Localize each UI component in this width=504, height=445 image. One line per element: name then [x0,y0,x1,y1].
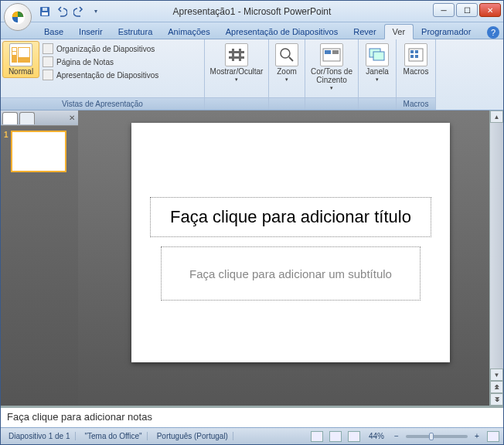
color-grayscale-icon [320,43,343,66]
slide-sorter-icon [43,43,53,54]
ribbon-group-window: Janela ▾ [359,39,397,110]
svg-line-14 [289,57,293,61]
slideshow-view-icon [43,70,53,80]
ribbon-group-views-label: Vistas de Apresentação [1,97,204,110]
close-button[interactable]: ✕ [479,3,501,17]
thumbnails-list[interactable]: 1 [1,126,78,406]
help-icon[interactable]: ? [487,26,499,39]
ribbon-group-zoom: Zoom ▾ [269,39,305,110]
app-window: ▾ Apresentação1 - Microsoft PowerPoint ─… [0,0,504,445]
prev-slide-icon[interactable]: ⯭ [490,381,503,393]
tab-ver[interactable]: Ver [384,24,414,39]
window-button[interactable]: Janela ▾ [360,41,394,85]
subtitle-placeholder-text: Faça clique para adicionar um subtítulo [189,267,392,280]
macros-button[interactable]: Macros [398,41,434,78]
zoom-slider-thumb[interactable] [429,433,434,440]
svg-rect-9 [229,51,244,53]
thumbnail-number: 1 [4,131,9,172]
tab-apresentacao[interactable]: Apresentação de Diapositivos [218,25,346,39]
notes-pane[interactable]: Faça clique para adicionar notas [1,406,503,427]
status-theme: "Tema do Office" [80,432,148,440]
notes-page-icon [43,56,53,67]
status-slide-position: Diapositivo 1 de 1 [4,432,76,440]
slide-sorter-button[interactable]: Organização de Diapositivos [40,42,161,55]
svg-rect-11 [232,49,234,61]
showhide-button[interactable]: Mostrar/Ocultar ▾ [206,41,267,85]
slide-sorter-label: Organização de Diapositivos [56,45,155,53]
zoom-icon [275,43,298,66]
svg-rect-7 [12,48,16,51]
slideshow-view-button[interactable]: Apresentação de Diapositivos [40,69,161,81]
sorter-view-shortcut[interactable] [329,431,342,442]
titlebar: ▾ Apresentação1 - Microsoft PowerPoint ─… [1,1,503,22]
next-slide-icon[interactable]: ⯯ [490,393,503,406]
macros-label: Macros [404,67,429,76]
window-label: Janela [366,67,388,76]
svg-rect-2 [42,12,48,15]
status-language[interactable]: Português (Portugal) [152,432,233,440]
qat-customize-icon[interactable]: ▾ [89,5,103,19]
slide-area: Faça clique para adicionar título Faça c… [78,110,503,406]
macros-icon [404,43,427,66]
normal-view-label: Normal [9,67,33,76]
save-icon[interactable] [38,5,52,19]
close-pane-icon[interactable]: ✕ [69,114,75,122]
svg-rect-8 [12,52,16,55]
maximize-button[interactable]: ☐ [456,3,478,17]
ribbon: Normal Organização de Diapositivos Págin… [1,39,503,110]
scroll-down-icon[interactable]: ▼ [490,369,503,381]
window-controls: ─ ☐ ✕ [433,3,501,17]
status-zoom-label[interactable]: 44% [366,432,387,440]
color-grayscale-label: Cor/Tons de Cinzento [309,67,354,84]
title-placeholder[interactable]: Faça clique para adicionar título [150,197,431,237]
normal-view-shortcut[interactable] [311,431,323,442]
office-button[interactable] [4,3,32,31]
minimize-button[interactable]: ─ [433,3,455,17]
slideshow-shortcut[interactable] [348,431,360,442]
slides-tab[interactable] [2,112,18,124]
ribbon-group-macros-label: Macros [397,97,435,110]
notes-page-button[interactable]: Página de Notas [40,56,161,68]
slide-canvas[interactable]: Faça clique para adicionar título Faça c… [131,123,450,362]
thumbnail-preview[interactable] [11,131,66,172]
scroll-up-icon[interactable]: ▲ [490,110,503,123]
svg-rect-23 [410,55,414,58]
workspace: ✕ 1 Faça clique para adicionar título Fa… [1,110,503,406]
ribbon-group-showhide: Mostrar/Ocultar ▾ [205,39,269,110]
zoom-label: Zoom [277,67,297,76]
fit-to-window-button[interactable] [487,431,499,442]
tab-base[interactable]: Base [36,25,71,39]
ribbon-tabs: Base Inserir Estrutura Animações Apresen… [1,22,503,39]
thumbnail-item[interactable]: 1 [4,131,75,172]
chevron-down-icon: ▾ [376,76,379,83]
chevron-down-icon: ▾ [235,76,238,83]
zoom-slider[interactable] [406,435,468,438]
normal-view-icon [9,43,32,66]
outline-tab[interactable] [19,112,35,124]
zoom-out-button[interactable]: − [392,432,401,440]
redo-icon[interactable] [72,5,86,19]
svg-rect-22 [415,50,418,53]
svg-rect-16 [325,50,331,54]
tab-programador[interactable]: Programador [414,25,478,39]
normal-view-button[interactable]: Normal [2,41,39,78]
tab-animacoes[interactable]: Animações [160,25,217,39]
color-grayscale-button[interactable]: Cor/Tons de Cinzento ▾ [307,41,356,93]
subtitle-placeholder[interactable]: Faça clique para adicionar um subtítulo [161,246,421,301]
svg-rect-24 [415,55,418,58]
tab-estrutura[interactable]: Estrutura [111,25,161,39]
vertical-scrollbar[interactable]: ▲ ▼ ⯭ ⯯ [489,110,503,406]
tab-inserir[interactable]: Inserir [71,25,111,39]
zoom-in-button[interactable]: + [472,432,482,440]
chevron-down-icon: ▾ [285,76,288,83]
svg-rect-10 [229,56,244,59]
tab-rever[interactable]: Rever [346,25,383,39]
notes-placeholder-text: Faça clique para adicionar notas [7,411,152,423]
svg-rect-17 [332,50,339,54]
showhide-icon [225,43,248,66]
zoom-button[interactable]: Zoom ▾ [271,41,303,85]
svg-point-13 [281,49,290,58]
undo-icon[interactable] [55,5,69,19]
statusbar: Diapositivo 1 de 1 "Tema do Office" Port… [1,427,503,444]
title-placeholder-text: Faça clique para adicionar título [170,207,411,227]
